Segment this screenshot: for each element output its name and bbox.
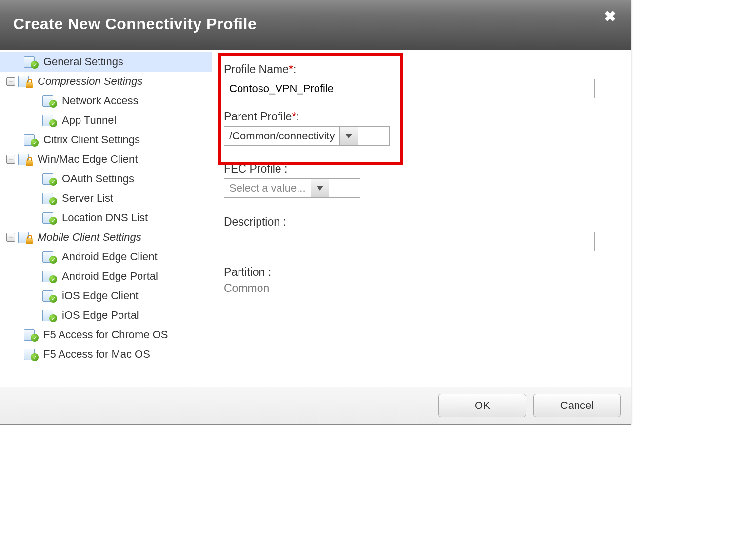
tree-item[interactable]: ✓Android Edge Client (0, 247, 212, 267)
settings-ok-icon: ✓ (42, 95, 56, 107)
tree-item-label: App Tunnel (62, 114, 116, 127)
settings-locked-icon (18, 76, 32, 87)
settings-ok-icon: ✓ (42, 251, 56, 263)
tree-item[interactable]: ✓OAuth Settings (0, 169, 212, 189)
tree-item-label: F5 Access for Mac OS (43, 348, 150, 361)
fec-profile-label: FEC Profile : (224, 162, 619, 175)
settings-ok-icon: ✓ (42, 310, 56, 321)
parent-profile-label: Parent Profile*: (224, 110, 619, 123)
tree-item-label: Android Edge Client (62, 251, 158, 263)
tree-item[interactable]: ✓iOS Edge Portal (0, 306, 212, 325)
collapse-icon[interactable]: − (6, 155, 15, 164)
collapse-icon[interactable]: − (6, 77, 15, 86)
tree-item-label: Mobile Client Settings (38, 231, 141, 244)
tree-item[interactable]: ✓F5 Access for Mac OS (0, 345, 212, 364)
tree-item[interactable]: ✓F5 Access for Chrome OS (0, 325, 212, 345)
tree-item-label: Compression Settings (38, 75, 142, 88)
tree-item[interactable]: ✓Citrix Client Settings (0, 130, 212, 150)
profile-name-input[interactable] (224, 79, 595, 98)
close-icon[interactable]: ✖ (602, 9, 618, 24)
fec-profile-select[interactable]: Select a value... (224, 178, 360, 198)
tree-item-label: Android Edge Portal (62, 270, 158, 283)
description-input[interactable] (224, 232, 595, 251)
description-label: Description : (224, 215, 619, 229)
svg-marker-1 (317, 186, 323, 191)
tree-item-label: OAuth Settings (62, 173, 134, 185)
tree-item-label: Network Access (62, 95, 139, 107)
settings-ok-icon: ✓ (24, 349, 38, 360)
dialog-header: Create New Connectivity Profile ✖ (0, 0, 631, 50)
tree-item[interactable]: −Mobile Client Settings (0, 228, 212, 247)
tree-item-label: F5 Access for Chrome OS (43, 329, 168, 341)
create-connectivity-profile-dialog: Create New Connectivity Profile ✖ ✓Gener… (0, 0, 631, 425)
cancel-button[interactable]: Cancel (533, 394, 621, 417)
svg-marker-0 (345, 134, 352, 138)
tree-item-label: Server List (62, 192, 113, 205)
settings-ok-icon: ✓ (42, 290, 56, 302)
dropdown-icon[interactable] (311, 179, 329, 197)
parent-profile-select[interactable]: /Common/connectivity (224, 126, 390, 146)
dialog-footer: OK Cancel (0, 387, 631, 424)
tree-item[interactable]: ✓Location DNS List (0, 208, 212, 228)
collapse-icon[interactable]: − (6, 233, 15, 242)
settings-ok-icon: ✓ (42, 271, 56, 282)
settings-ok-icon: ✓ (42, 115, 56, 126)
tree-item[interactable]: ✓App Tunnel (0, 111, 212, 130)
tree-item[interactable]: ✓Network Access (0, 91, 212, 111)
settings-locked-icon (18, 154, 32, 165)
dropdown-icon[interactable] (339, 127, 358, 145)
settings-ok-icon: ✓ (24, 329, 38, 341)
settings-locked-icon (18, 232, 32, 243)
tree-item[interactable]: ✓General Settings (0, 52, 212, 72)
profile-name-label: Profile Name*: (224, 63, 619, 76)
ok-button[interactable]: OK (438, 394, 526, 417)
tree-item[interactable]: −Compression Settings (0, 72, 212, 91)
tree-item-label: iOS Edge Portal (62, 309, 139, 322)
tree-item[interactable]: ✓iOS Edge Client (0, 286, 212, 306)
settings-ok-icon: ✓ (42, 193, 56, 204)
tree-item-label: Win/Mac Edge Client (38, 153, 138, 166)
tree-item[interactable]: −Win/Mac Edge Client (0, 150, 212, 169)
tree-item-label: General Settings (43, 56, 123, 68)
settings-ok-icon: ✓ (42, 212, 56, 224)
settings-ok-icon: ✓ (24, 134, 38, 146)
tree-item-label: Citrix Client Settings (43, 134, 140, 146)
tree-item[interactable]: ✓Server List (0, 189, 212, 208)
general-settings-form: Profile Name*: Parent Profile*: /Common/… (212, 50, 631, 387)
dialog-body: ✓General Settings−Compression Settings✓N… (0, 50, 631, 387)
tree-item-label: Location DNS List (62, 212, 148, 224)
settings-ok-icon: ✓ (24, 56, 38, 68)
tree-item[interactable]: ✓Android Edge Portal (0, 267, 212, 286)
tree-item-label: iOS Edge Client (62, 290, 139, 302)
dialog-title: Create New Connectivity Profile (13, 15, 257, 33)
settings-tree: ✓General Settings−Compression Settings✓N… (0, 50, 212, 387)
partition-value: Common (224, 282, 619, 295)
settings-ok-icon: ✓ (42, 173, 56, 185)
partition-label: Partition : (224, 266, 619, 279)
